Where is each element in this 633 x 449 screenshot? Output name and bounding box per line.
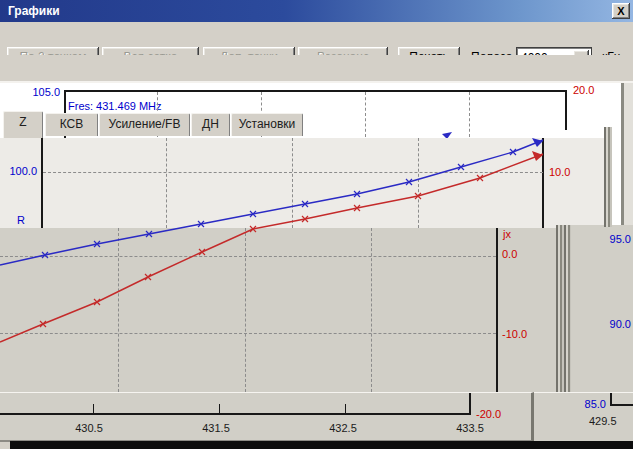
- plot-right-border: [469, 393, 471, 415]
- chart-repaint-layer: jx 0.0 -10.0: [0, 228, 556, 392]
- tab-gain-fb[interactable]: Усиление/FB: [99, 113, 190, 136]
- gridline: [43, 172, 543, 173]
- x-axis-strip: 430.5 431.5 432.5 433.5 -20.0: [0, 392, 534, 442]
- x-tick-label: 429.5: [589, 415, 617, 428]
- plot-right-axis: [542, 138, 544, 228]
- x-tick-label: 430.5: [62, 422, 116, 435]
- x-tick: [93, 404, 94, 413]
- left-axis-tick-100: 100.0: [0, 165, 37, 178]
- x-tick-label: 432.5: [316, 422, 370, 435]
- plot-left-axis: [41, 138, 43, 228]
- right-axis-tick-m20: -20.0: [476, 408, 501, 421]
- left-axis-tick-85: 85.0: [572, 398, 606, 411]
- tab-settings[interactable]: Установки: [231, 113, 303, 136]
- right-axis-tick-m10: -10.0: [502, 328, 527, 341]
- right-axis-tick-10: 10.0: [549, 166, 570, 179]
- panel-top-edge: [0, 81, 633, 83]
- desktop-gap: [10, 441, 633, 449]
- plot-right-axis: [565, 90, 567, 130]
- title-bar[interactable]: Графики X: [0, 0, 633, 22]
- window-edge-remnant: [624, 83, 633, 225]
- fres-annotation: Fres: 431.469 MHz: [68, 100, 162, 113]
- tab-ksv[interactable]: КСВ: [45, 113, 98, 136]
- window-title: Графики: [8, 4, 60, 18]
- plot-top-border: [64, 90, 567, 92]
- gridline: [418, 138, 419, 228]
- plot-right-axis: [496, 228, 498, 392]
- gridline: [0, 256, 496, 257]
- gridline: [292, 138, 293, 228]
- app-window: Графики X По 2 точкам Вся сетка Доп. точ…: [0, 0, 633, 449]
- x-axis-line: [610, 404, 633, 406]
- x-tick-label: 433.5: [443, 422, 497, 435]
- tab-dn[interactable]: ДН: [191, 113, 230, 136]
- left-axis-tick-105: 105.0: [8, 86, 60, 99]
- window-edge-remnant: [556, 225, 571, 392]
- gridline: [365, 92, 366, 137]
- x-axis-line: [0, 413, 471, 415]
- left-axis-tick-95: 95.0: [595, 233, 631, 246]
- chart-repaint-layer: 100.0 10.0 R: [0, 138, 604, 228]
- gridline: [166, 138, 167, 228]
- gridline: [118, 228, 119, 392]
- gridline: [245, 228, 246, 392]
- gridline: [0, 333, 496, 334]
- toolbar: По 2 точкам Вся сетка Доп. точки Резонан…: [0, 22, 633, 55]
- tab-z[interactable]: Z: [3, 111, 43, 138]
- gridline: [371, 228, 372, 392]
- chart-repaint-layer: 85.0 429.5: [534, 392, 633, 442]
- jx-axis-label: jx: [503, 228, 511, 241]
- x-tick: [345, 404, 346, 413]
- tab-strip: Z КСВ Усиление/FB ДН Установки: [0, 55, 633, 81]
- left-axis-tick-90: 90.0: [595, 318, 631, 331]
- chart-repaint-layer: 95.0 90.0: [571, 225, 633, 392]
- x-tick: [219, 404, 220, 413]
- x-tick-label: 431.5: [189, 422, 243, 435]
- right-axis-tick-20: 20.0: [573, 84, 594, 97]
- window-edge-remnant: [604, 127, 612, 227]
- r-axis-label: R: [17, 214, 25, 227]
- close-icon[interactable]: X: [612, 3, 630, 19]
- right-axis-tick-0: 0.0: [502, 248, 517, 261]
- gridline: [469, 92, 470, 137]
